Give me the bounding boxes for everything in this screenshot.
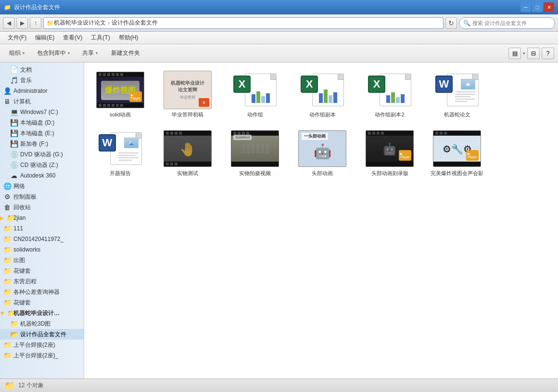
forward-button[interactable]: ▶ [16, 17, 28, 29]
sidebar-label-documents: 文档 [20, 66, 32, 74]
file-item-video4[interactable]: ━头部动画 🤖 头部动画 [291, 126, 354, 180]
folder-icon-platform1: 📁 [3, 341, 12, 349]
address-bar: ◀ ▶ ↑ 📁 机器蛇毕业设计论文 › 设计作品全套文件 ↻ 🔍 [0, 14, 558, 32]
sidebar-label-3d: 机器蛇3D图 [20, 320, 51, 328]
sidebar-label-drive-f: 新加卷 (F:) [20, 140, 48, 148]
file-icon-word2: 🌊 W [96, 129, 144, 168]
sidebar-item-drive-d[interactable]: 💾 本地磁盘 (D:) [0, 117, 84, 128]
file-icon-video6: ⚙🔧⚙ ▶Player [433, 129, 481, 168]
file-label-word1: 机器蛇论文 [444, 111, 470, 118]
view-mode-button[interactable]: ▤ [508, 48, 521, 59]
file-item-video2[interactable]: 🤚 实物测试 [156, 126, 219, 180]
new-folder-button[interactable]: 新建文件夹 [105, 47, 146, 60]
file-item-excel3[interactable]: X 动作组副本2 [358, 67, 421, 121]
file-item-video3[interactable]: ⛓⛓⛓ SolidGol 实物拍摄视频 [224, 126, 286, 180]
menu-file[interactable]: 文件(F) [4, 32, 30, 43]
file-item-excel2[interactable]: X 动作组副本 [291, 67, 354, 121]
address-path[interactable]: 📁 机器蛇毕业设计论文 › 设计作品全套文件 [43, 17, 444, 29]
sidebar-label-huajian2: 花键套 [13, 299, 31, 307]
file-item-solid-animation[interactable]: 爆炸视图 ▶Player solid动画 [89, 67, 152, 121]
file-item-excel1[interactable]: X 动作组 [224, 67, 286, 121]
file-item-word2[interactable]: 🌊 W 开题报告 [89, 126, 152, 180]
sidebar-item-2jian[interactable]: ▶ 📁 2jian [0, 213, 84, 223]
sidebar-label-chaxun: 各种公差查询神器 [13, 288, 60, 296]
sidebar-item-jiqishe[interactable]: ▼ 📁 机器蛇毕业设计论文 [0, 308, 84, 318]
main-area: 📄 文档 🎵 音乐 👤 Administrator 🖥 计算机 💻 Window… [0, 63, 558, 379]
sidebar-item-drive-e[interactable]: 💾 本地磁盘 (E:) [0, 128, 84, 139]
file-icon-video5: 🤖 ▶Player [366, 129, 414, 168]
recycle-icon: 🗑 [3, 203, 12, 212]
menu-tools[interactable]: 工具(T) [87, 32, 114, 43]
sidebar-item-drive-c[interactable]: 💻 Windows7 (C:) [0, 107, 84, 117]
share-dropdown-arrow: ▾ [96, 51, 98, 55]
drive-f-icon: 💾 [10, 139, 18, 148]
sidebar-item-documents[interactable]: 📄 文档 [0, 64, 84, 75]
file-item-video5[interactable]: 🤖 ▶Player 头部动画刻录版 [358, 126, 421, 180]
sidebar-item-dongying[interactable]: 📁 东营启程 [0, 276, 84, 287]
details-pane-button[interactable]: ⊟ [527, 48, 540, 59]
sidebar-label-music: 音乐 [20, 76, 32, 85]
menu-view[interactable]: 查看(V) [59, 32, 86, 43]
up-button[interactable]: ↑ [30, 17, 41, 29]
minimize-button[interactable]: ─ [520, 2, 531, 12]
sidebar-label-111: 111 [13, 225, 23, 232]
close-button[interactable]: ✕ [544, 2, 554, 12]
file-item-word1[interactable]: 🏔 W 机器蛇论文 [426, 67, 488, 121]
file-icon-excel1: X [231, 71, 279, 109]
sidebar-item-3d[interactable]: 📁 机器蛇3D图 [0, 318, 84, 329]
sidebar-item-huajian2[interactable]: 📁 花键套 [0, 297, 84, 308]
file-label-video5: 头部动画刻录版 [371, 170, 408, 177]
sidebar: 📄 文档 🎵 音乐 👤 Administrator 🖥 计算机 💻 Window… [0, 63, 84, 379]
sidebar-item-chute[interactable]: 📁 出图 [0, 255, 84, 266]
file-icon-solid-animation: 爆炸视图 ▶Player [96, 71, 144, 109]
sidebar-label-administrator: Administrator [13, 88, 48, 94]
sidebar-item-administrator[interactable]: 👤 Administrator [0, 86, 84, 96]
share-button[interactable]: 共享 ▾ [77, 47, 103, 60]
dvd-icon: 💿 [10, 150, 18, 159]
sidebar-item-huajian[interactable]: 📁 花键套 [0, 266, 84, 276]
file-label-video3: 实物拍摄视频 [239, 170, 271, 177]
sidebar-item-platform1[interactable]: 📁 上平台焊接(2座) [0, 340, 84, 350]
file-item-video6[interactable]: ⚙🔧⚙ ▶Player 完美爆炸视图会声会影 [426, 126, 488, 180]
file-item-ppt[interactable]: 机器蛇毕业设计论文答辩 毕业答辩 S 毕业答辩初稿 [156, 67, 219, 121]
maximize-button[interactable]: □ [532, 2, 543, 12]
sidebar-label-platform2: 上平台焊接(2座)_ [13, 352, 58, 360]
organize-button[interactable]: 组织 ▾ [4, 47, 30, 60]
drive-d-icon: 💾 [10, 118, 18, 127]
folder-icon-2jian: ▶ 📁 [3, 214, 12, 222]
folder-icon-chute: 📁 [3, 256, 12, 265]
sidebar-item-recycle[interactable]: 🗑 回收站 [0, 202, 84, 213]
folder-icon: 📁 [4, 4, 11, 11]
drive-c-icon: 💻 [10, 108, 18, 116]
sidebar-item-chaxun[interactable]: 📁 各种公差查询神器 [0, 287, 84, 297]
sidebar-label-huajian: 花键套 [13, 267, 31, 275]
sidebar-item-autodesk[interactable]: ☁ Autodesk 360 [0, 170, 84, 181]
back-button[interactable]: ◀ [3, 17, 14, 29]
menu-edit[interactable]: 编辑(E) [31, 32, 58, 43]
include-library-button[interactable]: 包含到库中 ▾ [32, 47, 75, 60]
toolbar-right: ▤ ▾ ⊟ ? [508, 48, 554, 59]
sidebar-item-111[interactable]: 📁 111 [0, 223, 84, 234]
file-icon-video2: 🤚 [164, 129, 212, 168]
menu-help[interactable]: 帮助(H) [115, 32, 142, 43]
sidebar-item-music[interactable]: 🎵 音乐 [0, 75, 84, 86]
sidebar-item-cn[interactable]: 📁 CN201420411972_ [0, 234, 84, 244]
folder-icon-cn: 📁 [3, 235, 12, 243]
file-icon-word1: 🏔 W [433, 71, 481, 109]
sidebar-item-drive-f[interactable]: 💾 新加卷 (F:) [0, 139, 84, 149]
help-button[interactable]: ? [542, 48, 554, 59]
sidebar-item-dvd[interactable]: 💿 DVD 驱动器 (G:) [0, 149, 84, 160]
search-input[interactable] [472, 20, 551, 26]
sidebar-item-computer[interactable]: 🖥 计算机 [0, 96, 84, 107]
search-box[interactable]: 🔍 [459, 17, 555, 29]
folder-icon-jiqishe: ▼ 📁 [3, 309, 12, 317]
sidebar-item-control-panel[interactable]: ⚙ 控制面板 [0, 191, 84, 202]
sidebar-item-solidworks[interactable]: 📁 solidworks [0, 244, 84, 255]
sidebar-item-platform2[interactable]: 📁 上平台焊接(2座)_ [0, 350, 84, 361]
sidebar-item-cd[interactable]: 💿 CD 驱动器 (Z:) [0, 160, 84, 170]
folder-icon-3d: 📁 [10, 319, 18, 328]
sidebar-item-network[interactable]: 🌐 网络 [0, 181, 84, 191]
document-icon: 📄 [10, 65, 18, 74]
refresh-button[interactable]: ↻ [445, 17, 457, 29]
sidebar-item-design-files[interactable]: 📂 设计作品全套文件 [0, 329, 84, 340]
